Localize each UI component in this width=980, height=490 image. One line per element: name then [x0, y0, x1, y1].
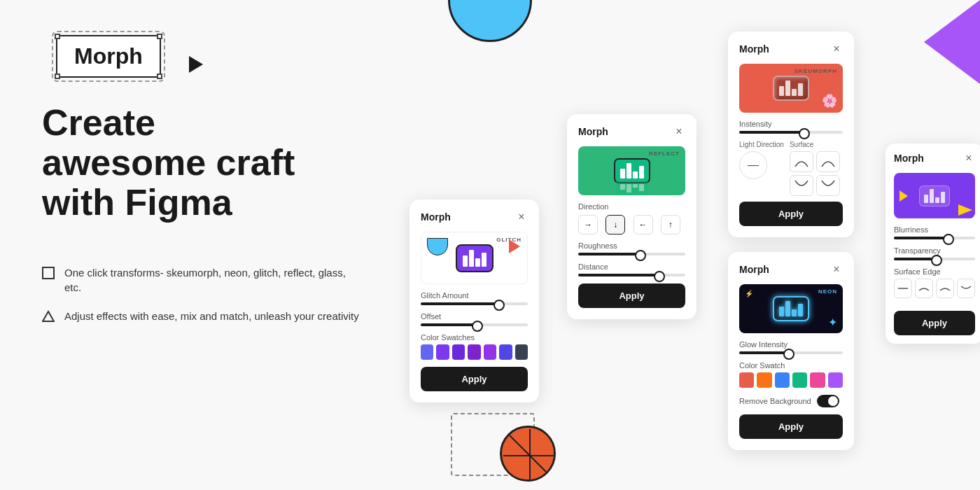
headline: Create awesome craft with Figma	[42, 103, 364, 223]
edge-btn-1[interactable]	[894, 279, 912, 298]
headline-line3: with Figma	[42, 183, 364, 223]
feature-item-2: Adjust effects with ease, mix and match,…	[42, 309, 364, 326]
glitch-preview: GLITCH	[421, 232, 528, 284]
neon-swatch-1[interactable]	[739, 372, 754, 388]
feature-item-1: One click transforms- skeumorph, neon, g…	[42, 265, 364, 295]
distance-label: Distance	[578, 262, 685, 271]
surface-btn-3[interactable]	[790, 175, 813, 196]
glitch-card-title: Morph	[421, 211, 451, 223]
remove-bg-label: Remove Background	[739, 397, 811, 405]
headline-line2: awesome craft	[42, 143, 364, 183]
remove-bg-toggle[interactable]	[817, 395, 839, 407]
morph-logo: Morph	[56, 35, 161, 78]
triangle-icon	[42, 310, 55, 326]
dir-right[interactable]: →	[578, 215, 598, 234]
neon-apply-btn[interactable]: Apply	[739, 414, 843, 439]
swatch-2[interactable]	[436, 344, 449, 360]
neon-swatch-5[interactable]	[810, 372, 825, 388]
dir-up[interactable]: ↑	[661, 215, 680, 234]
surface-btn-1[interactable]	[790, 151, 813, 172]
transparency-label: Transparency	[894, 246, 975, 255]
morph-purple-apply-btn[interactable]: Apply	[894, 311, 975, 335]
intensity-track[interactable]	[739, 131, 843, 134]
glow-fill	[739, 351, 791, 354]
corner-br	[157, 74, 162, 79]
glitch-offset-track[interactable]	[421, 323, 528, 326]
edge-btn-3[interactable]	[936, 279, 954, 298]
surface-edge-label: Surface Edge	[894, 267, 975, 276]
transparency-row: Transparency	[894, 246, 975, 260]
swatch-6[interactable]	[499, 344, 512, 360]
bg-purple-decoration	[924, 0, 980, 84]
reflect-direction-grid: → ↓ ← ↑	[578, 215, 685, 234]
neon-swatch-3[interactable]	[775, 372, 790, 388]
blurriness-track[interactable]	[894, 237, 975, 239]
neon-card-title: Morph	[739, 264, 769, 275]
reflect-distance-row: Distance	[578, 262, 685, 276]
swatch-4[interactable]	[468, 344, 480, 360]
reflect-badge: REFLECT	[649, 150, 680, 157]
neon-close-btn[interactable]: ×	[830, 263, 843, 276]
headline-line1: Create	[42, 103, 364, 143]
reflect-direction-label: Direction	[578, 202, 685, 211]
transparency-fill	[894, 258, 939, 260]
edge-btn-4[interactable]	[957, 279, 975, 298]
feature-text-1: One click transforms- skeumorph, neon, g…	[64, 265, 364, 295]
surface-section: Surface	[790, 141, 840, 196]
neon-swatch-6[interactable]	[828, 372, 843, 388]
skeumorph-badge: SKEUMORPH	[794, 68, 837, 74]
neon-preview: NEON ✦ ⚡	[739, 284, 843, 333]
skeumorph-apply-btn[interactable]: Apply	[739, 202, 843, 226]
skeumorph-card: Morph × SKEUMORPH 🌸 Instensity Light Dir…	[728, 31, 854, 237]
roughness-track[interactable]	[578, 253, 685, 255]
morph-purple-card: Morph × Blurriness Transparency Surface …	[886, 144, 980, 344]
logo-text: Morph	[74, 43, 143, 69]
dir-left[interactable]: ←	[634, 215, 653, 234]
intensity-fill	[739, 131, 806, 134]
blurriness-label: Blurriness	[894, 225, 975, 234]
surface-label: Surface	[790, 141, 840, 148]
light-dir-label: Light Direction	[739, 141, 784, 148]
transparency-track[interactable]	[894, 258, 975, 260]
glitch-apply-btn[interactable]: Apply	[421, 367, 528, 391]
blurriness-row: Blurriness	[894, 225, 975, 239]
swatch-7[interactable]	[515, 344, 528, 360]
feature-text-2: Adjust effects with ease, mix and match,…	[64, 309, 359, 323]
bg-blue-decoration	[448, 0, 532, 42]
dashed-rect-decoration	[451, 413, 535, 476]
reflect-card-header: Morph ×	[578, 125, 685, 138]
neon-swatch-2[interactable]	[757, 372, 771, 388]
glitch-amount-track[interactable]	[421, 302, 528, 305]
reflect-apply-btn[interactable]: Apply	[578, 284, 685, 308]
edge-btn-2[interactable]	[915, 279, 933, 298]
glitch-card-header: Morph ×	[421, 211, 528, 223]
glitch-offset-slider-row: Offset	[421, 312, 528, 326]
swatch-5[interactable]	[484, 344, 496, 360]
glitch-card: Morph × GLITCH Glitch Amount Offset Colo…	[410, 200, 539, 402]
morph-purple-header: Morph ×	[894, 152, 975, 164]
color-swatches-row	[421, 344, 528, 360]
morph-purple-title: Morph	[894, 153, 924, 164]
swatch-3[interactable]	[452, 344, 465, 360]
roughness-fill	[578, 253, 643, 255]
light-direction-section: Light Direction —	[739, 141, 784, 196]
left-section: Morph Create awesome craft with Figma On…	[42, 28, 364, 340]
dir-down[interactable]: ↓	[606, 215, 625, 234]
reflect-roughness-row: Roughness	[578, 241, 685, 255]
intensity-row: Instensity	[739, 120, 843, 134]
surface-btn-4[interactable]	[816, 175, 840, 196]
skeumorph-preview: SKEUMORPH 🌸	[739, 64, 843, 113]
skeumorph-close-btn[interactable]: ×	[830, 43, 843, 55]
glow-track[interactable]	[739, 351, 843, 354]
glitch-close-btn[interactable]: ×	[515, 211, 528, 223]
light-dir-circle[interactable]: —	[739, 151, 767, 179]
surface-btn-2[interactable]	[816, 151, 840, 172]
neon-swatch-4[interactable]	[792, 372, 807, 388]
neon-card: Morph × NEON ✦ ⚡ Glow Intensity Color Sw…	[728, 252, 854, 450]
glitch-offset-fill	[421, 323, 479, 326]
light-surface-row: Light Direction — Surface	[739, 141, 843, 196]
distance-track[interactable]	[578, 274, 685, 276]
reflect-close-btn[interactable]: ×	[673, 125, 685, 138]
swatch-1[interactable]	[421, 344, 433, 360]
morph-purple-close-btn[interactable]: ×	[962, 152, 975, 164]
